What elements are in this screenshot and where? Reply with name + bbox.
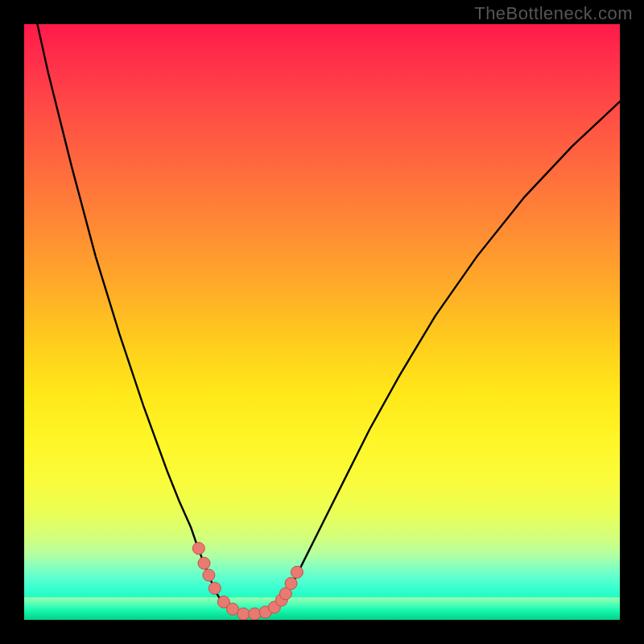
sample-marker: [203, 569, 215, 581]
sample-marker: [291, 566, 303, 578]
bottleneck-curve: [24, 24, 620, 614]
sample-marker: [208, 582, 221, 594]
watermark-text: TheBottleneck.com: [474, 3, 633, 24]
sample-marker: [237, 608, 250, 620]
plot-area: [24, 24, 620, 620]
sample-marker: [285, 577, 297, 589]
sample-marker: [227, 603, 239, 615]
sample-marker: [198, 557, 210, 569]
curve-layer: [24, 24, 620, 620]
sample-marker: [192, 543, 204, 555]
sample-marker: [249, 608, 261, 620]
chart-frame: TheBottleneck.com: [0, 0, 644, 644]
sample-markers: [192, 543, 303, 620]
